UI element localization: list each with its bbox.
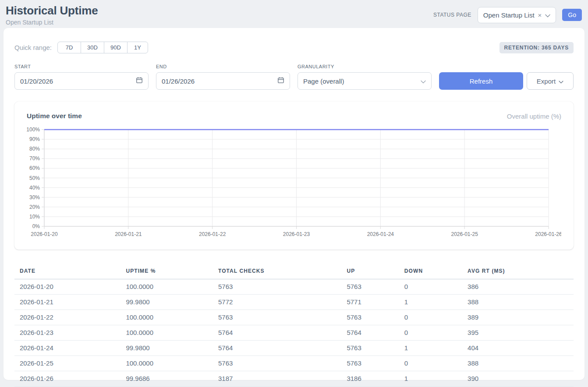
chevron-down-icon (421, 77, 426, 85)
table-row: 2026-01-2499.9800576457631404 (14, 341, 574, 356)
table-cell: 100.0000 (120, 356, 213, 371)
svg-text:50%: 50% (29, 175, 40, 181)
start-date-input[interactable] (20, 77, 117, 85)
refresh-button[interactable]: Refresh (439, 72, 523, 90)
column-header: AVG RT (MS) (462, 264, 574, 279)
clear-icon[interactable]: × (538, 12, 542, 18)
svg-text:90%: 90% (29, 136, 40, 142)
uptime-table-body: 2026-01-20100.00005763576303862026-01-21… (14, 279, 574, 387)
svg-text:70%: 70% (29, 155, 40, 162)
uptime-line-chart: 0%10%20%30%40%50%60%70%80%90%100%2026-01… (27, 124, 561, 237)
table-cell: 390 (462, 371, 574, 387)
controls-row: START END (14, 64, 574, 90)
table-cell: 1 (399, 341, 462, 356)
quick-range-group: Quick range: 7D30D90D1Y (14, 42, 148, 53)
chart-header: Uptime over time Overall uptime (%) (27, 112, 561, 120)
quick-range-90d[interactable]: 90D (104, 42, 128, 53)
svg-text:10%: 10% (29, 214, 40, 220)
quick-range-row: Quick range: 7D30D90D1Y RETENTION: 365 D… (14, 42, 574, 53)
table-cell: 5772 (213, 295, 341, 310)
table-cell: 2026-01-26 (14, 371, 120, 387)
uptime-table: DATEUPTIME %TOTAL CHECKSUPDOWNAVG RT (MS… (14, 264, 574, 387)
svg-text:2026-01-22: 2026-01-22 (199, 231, 226, 237)
table-row: 2026-01-22100.0000576357630389 (14, 310, 574, 325)
quick-range-label: Quick range: (14, 44, 52, 51)
table-row: 2026-01-23100.0000576457640395 (14, 325, 574, 341)
status-page-select[interactable]: Open Startup List × (478, 7, 556, 23)
table-cell: 0 (399, 310, 462, 325)
end-date-field[interactable] (156, 72, 290, 90)
svg-text:80%: 80% (29, 146, 40, 152)
column-header: UPTIME % (120, 264, 213, 279)
table-cell: 395 (462, 325, 574, 341)
table-cell: 404 (462, 341, 574, 356)
quick-range-30d[interactable]: 30D (81, 42, 104, 53)
table-cell: 2026-01-23 (14, 325, 120, 341)
uptime-chart-card: Uptime over time Overall uptime (%) 0%10… (14, 102, 574, 250)
chevron-down-icon (559, 77, 563, 85)
svg-text:2026-01-21: 2026-01-21 (115, 231, 142, 237)
status-page-selected-value: Open Startup List (483, 11, 535, 19)
retention-badge: RETENTION: 365 DAYS (499, 42, 574, 53)
page-subtitle: Open Startup List (6, 19, 98, 26)
title-block: Historical Uptime Open Startup List (6, 4, 98, 26)
end-date-input[interactable] (162, 77, 258, 85)
column-header: UP (341, 264, 399, 279)
granularity-select[interactable]: Page (overall) (298, 72, 432, 90)
table-cell: 99.9800 (120, 341, 213, 356)
table-cell: 386 (462, 279, 574, 295)
table-cell: 5763 (341, 356, 399, 371)
table-cell: 5763 (341, 341, 399, 356)
quick-range-1y[interactable]: 1Y (127, 42, 148, 53)
table-row: 2026-01-2199.9800577257711388 (14, 295, 574, 310)
table-cell: 0 (399, 279, 462, 295)
quick-range-buttons: 7D30D90D1Y (57, 42, 148, 53)
end-label: END (156, 64, 290, 69)
table-cell: 2026-01-22 (14, 310, 120, 325)
svg-text:2026-01-24: 2026-01-24 (367, 231, 394, 237)
table-cell: 5764 (213, 341, 341, 356)
table-cell: 388 (462, 356, 574, 371)
table-cell: 2026-01-21 (14, 295, 120, 310)
start-date-field[interactable] (14, 72, 149, 90)
table-cell: 388 (462, 295, 574, 310)
table-cell: 5771 (341, 295, 399, 310)
calendar-icon[interactable] (277, 77, 284, 85)
svg-text:60%: 60% (29, 165, 40, 171)
quick-range-7d[interactable]: 7D (57, 42, 81, 53)
table-cell: 99.9800 (120, 295, 213, 310)
svg-text:0%: 0% (32, 223, 40, 229)
table-cell: 2026-01-24 (14, 341, 120, 356)
table-cell: 3187 (213, 371, 341, 387)
svg-text:2026-01-25: 2026-01-25 (451, 231, 478, 237)
chart-legend: Overall uptime (%) (507, 113, 561, 120)
svg-text:40%: 40% (29, 185, 40, 191)
table-cell: 5763 (213, 279, 341, 295)
start-field-group: START (14, 64, 149, 90)
svg-text:2026-01-26: 2026-01-26 (535, 231, 561, 237)
chevron-down-icon (545, 11, 550, 19)
svg-text:30%: 30% (29, 194, 40, 201)
export-button[interactable]: Export (527, 72, 574, 90)
table-header-row: DATEUPTIME %TOTAL CHECKSUPDOWNAVG RT (MS… (14, 264, 574, 279)
table-cell: 2026-01-25 (14, 356, 120, 371)
svg-text:2026-01-20: 2026-01-20 (31, 231, 58, 237)
table-row: 2026-01-25100.0000576357630388 (14, 356, 574, 371)
table-cell: 2026-01-20 (14, 279, 120, 295)
table-row: 2026-01-2699.9686318731861390 (14, 371, 574, 387)
table-cell: 5763 (341, 279, 399, 295)
go-button[interactable]: Go (562, 9, 582, 21)
end-field-group: END (156, 64, 290, 90)
table-cell: 100.0000 (120, 279, 213, 295)
chart-title: Uptime over time (27, 112, 82, 120)
calendar-icon[interactable] (136, 77, 143, 85)
table-cell: 0 (399, 356, 462, 371)
table-cell: 5764 (213, 325, 341, 341)
header-right: STATUS PAGE Open Startup List × Go (433, 7, 582, 23)
column-header: DOWN (399, 264, 462, 279)
column-header: TOTAL CHECKS (213, 264, 341, 279)
table-cell: 0 (399, 325, 462, 341)
page-title: Historical Uptime (6, 4, 98, 18)
table-cell: 3186 (341, 371, 399, 387)
table-cell: 5763 (213, 356, 341, 371)
